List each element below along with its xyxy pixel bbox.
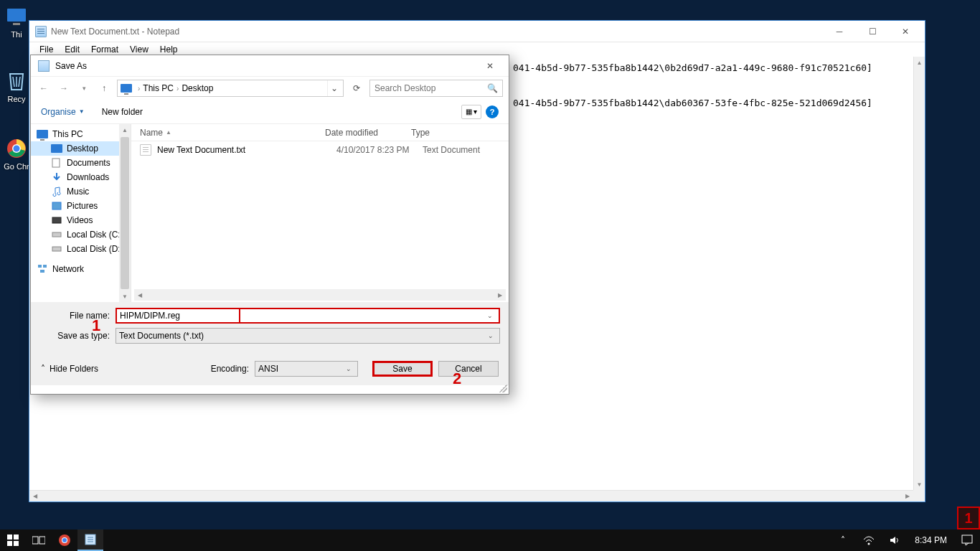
save-button[interactable]: Save <box>372 361 433 377</box>
svg-rect-5 <box>52 159 60 167</box>
breadcrumb-root[interactable]: This PC <box>143 83 174 93</box>
nav-forward-button[interactable]: → <box>57 81 71 95</box>
address-breadcrumb[interactable]: › This PC › Desktop ⌄ <box>117 80 344 97</box>
encoding-dropdown[interactable]: ANSI⌄ <box>255 361 358 377</box>
breadcrumb-dropdown[interactable]: ⌄ <box>327 80 340 96</box>
desktop-icon-thispc[interactable]: Thi <box>3 4 30 39</box>
organise-menu[interactable]: Organise▼ <box>41 107 85 117</box>
scroll-down-icon[interactable]: ▼ <box>122 291 128 302</box>
file-list: Name▲ Date modified Type New Text Docume… <box>131 124 509 302</box>
hide-folders-button[interactable]: ˄Hide Folders <box>41 364 98 374</box>
chevron-right-icon[interactable]: › <box>174 85 182 93</box>
chevron-down-icon[interactable]: ⌄ <box>484 312 496 319</box>
desktop-icon-label: Thi <box>3 30 30 39</box>
menu-edit[interactable]: Edit <box>59 44 85 55</box>
col-type[interactable]: Type <box>411 128 483 138</box>
desktop-icon-label: Recy <box>3 95 30 103</box>
menu-view[interactable]: View <box>124 44 154 55</box>
desktop-icon-chrome[interactable]: Go Chr <box>3 136 30 171</box>
maximize-button[interactable]: ☐ <box>856 22 889 42</box>
filename-input[interactable]: ⌄ <box>116 308 500 324</box>
svg-rect-16 <box>14 541 19 546</box>
tree-videos[interactable]: Videos <box>31 213 131 227</box>
svg-rect-9 <box>52 247 61 251</box>
desktop-icon-label: Go Chr <box>3 162 30 171</box>
pc-icon <box>121 84 132 93</box>
tree-scrollbar[interactable]: ▲ ▼ <box>119 124 131 302</box>
notepad-icon <box>38 60 50 72</box>
saveas-titlebar[interactable]: Save As ✕ <box>31 55 509 77</box>
tray-volume-icon[interactable] <box>882 529 908 551</box>
start-button[interactable] <box>0 529 26 551</box>
tree-documents[interactable]: Documents <box>31 156 131 170</box>
search-input[interactable] <box>374 83 487 93</box>
taskbar-notepad[interactable] <box>77 529 103 551</box>
scroll-right-icon[interactable]: ▶ <box>494 292 506 298</box>
taskbar-clock[interactable]: 8:34 PM <box>908 535 954 545</box>
breadcrumb-current[interactable]: Desktop <box>182 83 213 93</box>
tree-music[interactable]: Music <box>31 184 131 199</box>
new-folder-button[interactable]: New folder <box>102 107 143 117</box>
vertical-scrollbar[interactable]: ▲ ▼ <box>913 57 925 490</box>
notepad-title: New Text Document.txt - Notepad <box>51 27 823 37</box>
file-name: New Text Document.txt <box>157 145 336 155</box>
view-mode-button[interactable]: ▦ ▾ <box>461 105 481 119</box>
svg-rect-8 <box>52 232 61 237</box>
scrollbar-thumb[interactable] <box>121 137 129 289</box>
horizontal-scrollbar[interactable]: ◀ ▶ <box>29 490 913 501</box>
chevron-up-icon: ˄ <box>41 364 45 374</box>
notepad-titlebar[interactable]: New Text Document.txt - Notepad ─ ☐ ✕ <box>29 21 925 42</box>
tree-local-disk-c[interactable]: Local Disk (C:) <box>31 227 131 242</box>
savetype-value: Text Documents (*.txt) <box>119 331 485 341</box>
disk-icon <box>51 245 62 253</box>
scroll-right-icon[interactable]: ▶ <box>902 493 913 499</box>
desktop-icon <box>51 144 62 153</box>
close-button[interactable]: ✕ <box>889 22 922 42</box>
scroll-left-icon[interactable]: ◀ <box>134 292 146 298</box>
pictures-icon <box>51 202 62 210</box>
nav-back-button[interactable]: ← <box>37 81 51 95</box>
tree-pictures[interactable]: Pictures <box>31 199 131 213</box>
savetype-dropdown[interactable]: Text Documents (*.txt)⌄ <box>116 328 500 344</box>
scroll-up-icon[interactable]: ▲ <box>914 57 925 68</box>
close-button[interactable]: ✕ <box>476 56 504 76</box>
list-horizontal-scrollbar[interactable]: ◀ ▶ <box>134 289 506 301</box>
menu-file[interactable]: File <box>34 44 59 55</box>
minimize-button[interactable]: ─ <box>823 22 856 42</box>
svg-point-21 <box>62 538 67 542</box>
nav-up-button[interactable]: ↑ <box>97 81 111 95</box>
nav-recent-dropdown[interactable]: ▾ <box>77 81 91 95</box>
tree-desktop[interactable]: Desktop <box>31 141 131 156</box>
desktop-icon-recycle[interactable]: Recy <box>3 69 30 103</box>
task-view-button[interactable] <box>26 529 52 551</box>
svg-rect-6 <box>52 202 61 209</box>
videos-icon <box>51 216 62 225</box>
file-type: Text Document <box>423 145 509 155</box>
scroll-up-icon[interactable]: ▲ <box>122 124 128 136</box>
help-button[interactable]: ? <box>486 105 499 118</box>
refresh-button[interactable]: ⟳ <box>349 81 364 95</box>
tree-thispc[interactable]: This PC <box>31 127 131 141</box>
tray-wifi-icon[interactable] <box>856 529 882 551</box>
search-box[interactable]: 🔍 <box>369 80 503 97</box>
menu-format[interactable]: Format <box>85 44 124 55</box>
list-item[interactable]: New Text Document.txt 4/10/2017 8:23 PM … <box>131 141 509 159</box>
tree-local-disk-d[interactable]: Local Disk (D:) <box>31 242 131 256</box>
chevron-right-icon[interactable]: › <box>135 85 143 93</box>
search-icon: 🔍 <box>487 83 498 93</box>
tree-downloads[interactable]: Downloads <box>31 170 131 184</box>
chevron-down-icon[interactable]: ⌄ <box>343 365 354 372</box>
tree-network[interactable]: Network <box>31 262 131 276</box>
tray-chevron-up-icon[interactable]: ˄ <box>830 529 856 551</box>
col-date[interactable]: Date modified <box>325 128 411 138</box>
action-center-icon[interactable] <box>954 529 980 551</box>
scroll-left-icon[interactable]: ◀ <box>29 493 41 499</box>
taskbar-chrome[interactable] <box>52 529 77 551</box>
cancel-button[interactable]: Cancel <box>438 361 499 377</box>
scroll-down-icon[interactable]: ▼ <box>914 479 925 490</box>
saveas-toolbar: Organise▼ New folder ▦ ▾ ? <box>31 100 509 124</box>
col-name[interactable]: Name▲ <box>140 128 325 138</box>
chevron-down-icon[interactable]: ⌄ <box>485 332 496 339</box>
menu-help[interactable]: Help <box>154 44 184 55</box>
resize-grip[interactable] <box>499 384 507 392</box>
